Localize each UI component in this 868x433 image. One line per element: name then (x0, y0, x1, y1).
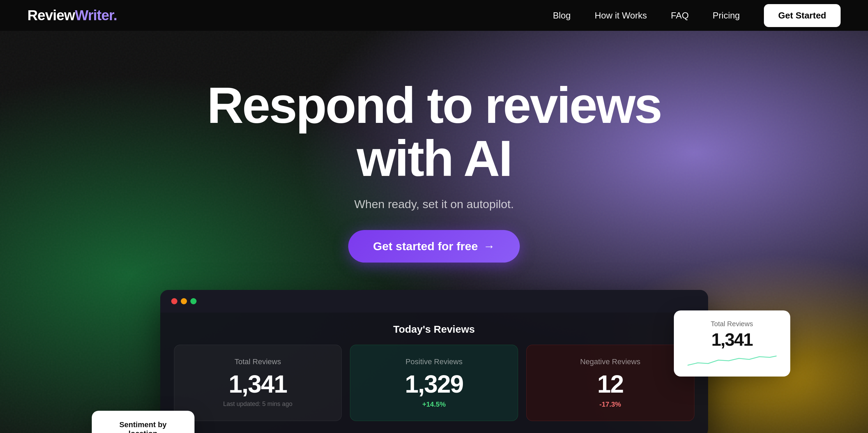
dashboard-section-title: Today's Reviews (174, 323, 694, 335)
dashboard-body: Today's Reviews Total Reviews 1,341 Last… (160, 313, 708, 433)
hero-content: Respond to reviews with AI When ready, s… (160, 31, 708, 433)
stat-change-negative: -17.3% (540, 400, 680, 408)
titlebar-dot-green (190, 298, 197, 304)
stat-change-positive: +14.5% (364, 400, 504, 408)
hero-subtitle: When ready, set it on autopilot. (354, 198, 514, 211)
floating-total-reviews-card: Total Reviews 1,341 (674, 310, 790, 377)
floating-sentiment-card: Sentiment by location (92, 411, 194, 433)
floating-total-label: Total Reviews (686, 320, 778, 328)
hero-cta-arrow: → (483, 240, 495, 253)
nav-link-how-it-works[interactable]: How it Works (595, 10, 647, 21)
stat-card-negative: Negative Reviews 12 -17.3% (526, 345, 694, 421)
navbar: ReviewWriter. Blog How it Works FAQ Pric… (0, 0, 868, 31)
hero-cta-label: Get started for free (373, 240, 478, 253)
nav-get-started-button[interactable]: Get Started (764, 4, 841, 27)
stat-label-negative: Negative Reviews (540, 357, 680, 366)
hero-section: Respond to reviews with AI When ready, s… (0, 31, 868, 433)
nav-links: Blog How it Works FAQ Pricing Get Starte… (553, 4, 841, 27)
stat-value-positive: 1,329 (364, 372, 504, 396)
stat-value-negative: 12 (540, 372, 680, 396)
stat-card-total: Total Reviews 1,341 Last updated: 5 mins… (174, 345, 342, 421)
dashboard-card: Today's Reviews Total Reviews 1,341 Last… (160, 290, 708, 433)
floating-total-value: 1,341 (686, 331, 778, 348)
nav-link-faq[interactable]: FAQ (671, 10, 689, 21)
titlebar-dot-yellow (181, 298, 187, 304)
logo-review-text: Review (27, 7, 75, 23)
stat-value-total: 1,341 (188, 372, 328, 396)
logo[interactable]: ReviewWriter. (27, 7, 117, 24)
stat-meta-total: Last updated: 5 mins ago (188, 400, 328, 408)
stat-label-total: Total Reviews (188, 357, 328, 366)
hero-title-line2: with AI (357, 130, 512, 187)
floating-mini-chart (686, 353, 778, 367)
stat-card-positive: Positive Reviews 1,329 +14.5% (350, 345, 518, 421)
dashboard-titlebar (160, 290, 708, 313)
hero-title-line1: Respond to reviews (207, 77, 661, 133)
floating-sentiment-label: Sentiment by location (104, 420, 182, 433)
hero-cta-button[interactable]: Get started for free → (348, 230, 519, 263)
dashboard-wrapper: Total Reviews 1,341 Sentiment by locatio… (160, 290, 708, 433)
logo-writer-text: Writer (75, 7, 113, 23)
logo-dot: . (113, 7, 117, 23)
stats-row: Total Reviews 1,341 Last updated: 5 mins… (174, 345, 694, 421)
titlebar-dot-red (171, 298, 177, 304)
nav-link-blog[interactable]: Blog (553, 10, 571, 21)
stat-label-positive: Positive Reviews (364, 357, 504, 366)
hero-title: Respond to reviews with AI (207, 79, 661, 185)
nav-link-pricing[interactable]: Pricing (713, 10, 740, 21)
